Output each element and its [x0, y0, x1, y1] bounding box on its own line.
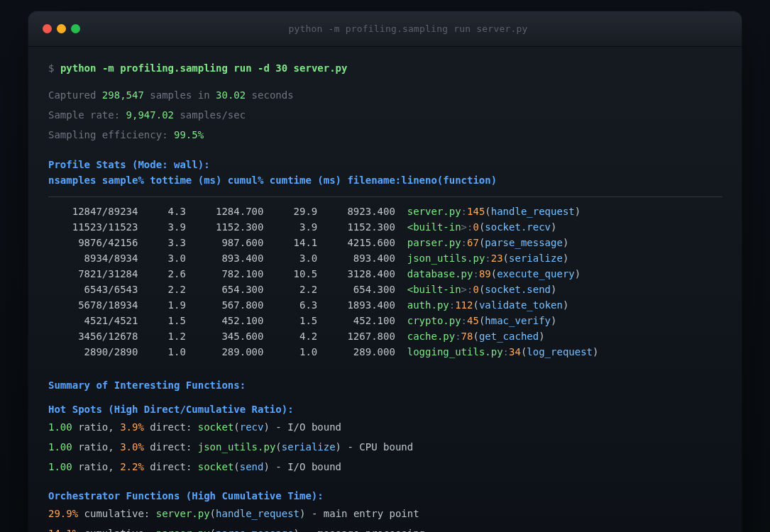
- terminal-window: python -m profiling.sampling run server.…: [28, 11, 742, 532]
- stats-divider: [48, 196, 722, 197]
- close-button[interactable]: [43, 24, 52, 33]
- titlebar: python -m profiling.sampling run server.…: [28, 11, 742, 47]
- summary-title: Summary of Interesting Functions:: [48, 377, 722, 393]
- captured-line: Captured 298,547 samples in 30.02 second…: [48, 87, 722, 103]
- stats-row: 4521/4521 1.5 452.100 1.5 452.100 crypto…: [48, 313, 722, 328]
- stats-row: 12847/89234 4.3 1284.700 29.9 8923.400 s…: [48, 204, 722, 219]
- stats-rows: 12847/89234 4.3 1284.700 29.9 8923.400 s…: [48, 204, 722, 360]
- orchestrators-title: Orchestrator Functions (High Cumulative …: [48, 488, 722, 504]
- orchestrator-line: 29.9% cumulative: server.py(handle_reque…: [48, 506, 722, 521]
- traffic-lights: [43, 24, 80, 33]
- stats-row: 8934/8934 3.0 893.400 3.0 893.400 json_u…: [48, 250, 722, 266]
- hotspot-line: 1.00 ratio, 2.2% direct: socket(send) - …: [48, 459, 722, 475]
- efficiency-line: Sampling efficiency: 99.5%: [48, 127, 722, 143]
- efficiency-value: 99.5%: [174, 129, 204, 140]
- hotspots-title: Hot Spots (High Direct/Cumulative Ratio)…: [48, 401, 722, 417]
- sample-rate-value: 9,947.02: [126, 109, 174, 121]
- hotspot-line: 1.00 ratio, 3.9% direct: socket(recv) - …: [48, 419, 722, 435]
- zoom-button[interactable]: [71, 24, 80, 33]
- capture-seconds: 30.02: [216, 89, 246, 101]
- stats-row: 6543/6543 2.2 654.300 2.2 654.300 <built…: [48, 282, 722, 297]
- hotspot-line: 1.00 ratio, 3.0% direct: json_utils.py(s…: [48, 439, 722, 455]
- stats-columns-header: nsamples sample% tottime (ms) cumul% cum…: [48, 172, 722, 188]
- window-title: python -m profiling.sampling run server.…: [80, 23, 736, 34]
- stats-row: 9876/42156 3.3 987.600 14.1 4215.600 par…: [48, 235, 722, 250]
- command-line: $ python -m profiling.sampling run -d 30…: [48, 60, 722, 76]
- stats-row: 3456/12678 1.2 345.600 4.2 1267.800 cach…: [48, 328, 722, 344]
- sample-rate-line: Sample rate: 9,947.02 samples/sec: [48, 107, 722, 123]
- terminal-content: $ python -m profiling.sampling run -d 30…: [28, 47, 742, 532]
- stats-title: Profile Stats (Mode: wall):: [48, 157, 722, 172]
- stats-row: 11523/11523 3.9 1152.300 3.9 1152.300 <b…: [48, 219, 722, 235]
- samples-count: 298,547: [102, 89, 144, 101]
- orchestrator-lines: 29.9% cumulative: server.py(handle_reque…: [48, 506, 722, 532]
- stats-row: 2890/2890 1.0 289.000 1.0 289.000 loggin…: [48, 344, 722, 360]
- minimize-button[interactable]: [57, 24, 66, 33]
- hotspot-lines: 1.00 ratio, 3.9% direct: socket(recv) - …: [48, 419, 722, 475]
- stats-row: 5678/18934 1.9 567.800 6.3 1893.400 auth…: [48, 297, 722, 313]
- orchestrator-line: 14.1% cumulative: parser.py(parse_messag…: [48, 526, 722, 532]
- stats-row: 7821/31284 2.6 782.100 10.5 3128.400 dat…: [48, 266, 722, 282]
- command-text: python -m profiling.sampling run -d 30 s…: [60, 62, 348, 74]
